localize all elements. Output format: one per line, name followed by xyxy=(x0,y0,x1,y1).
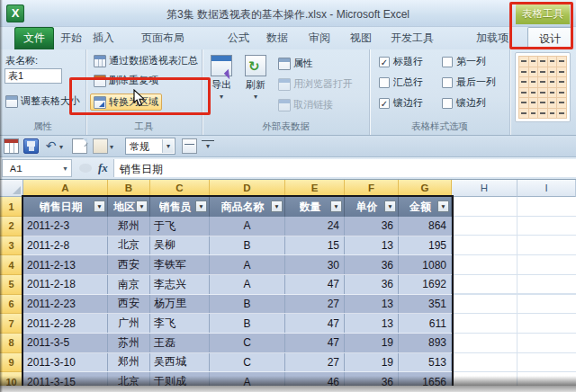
export-button[interactable]: 导出 ▾ xyxy=(206,52,237,120)
cell[interactable]: 西安 xyxy=(108,295,150,314)
cell[interactable]: 李飞 xyxy=(150,314,210,333)
formula-bar-input[interactable]: 销售日期 xyxy=(113,159,576,177)
style-option-1[interactable]: 汇总行 xyxy=(379,76,423,89)
undo-icon[interactable]: ↶ xyxy=(43,138,58,154)
style-option-0[interactable]: ✓标题行 xyxy=(379,55,423,68)
row-header-2[interactable]: 2 xyxy=(0,217,23,236)
cell[interactable]: 47 xyxy=(285,334,345,352)
cell[interactable]: A xyxy=(210,217,285,236)
row-header-8[interactable]: 8 xyxy=(0,334,23,353)
row-header-6[interactable]: 6 xyxy=(0,295,23,315)
cell[interactable]: 苏州 xyxy=(108,334,150,352)
cell[interactable]: 2011-2-28 xyxy=(23,314,108,333)
row-header-3[interactable]: 3 xyxy=(0,236,23,256)
name-box[interactable]: A1 ▼ xyxy=(2,159,72,177)
tab-file[interactable]: 文件 xyxy=(14,27,54,49)
cell[interactable]: 吴柳 xyxy=(150,236,210,255)
cell[interactable]: 36 xyxy=(345,255,399,274)
style-option-2[interactable]: ✓镶边行 xyxy=(379,96,423,110)
column-header-h[interactable]: H xyxy=(452,180,518,197)
cell[interactable]: 611 xyxy=(399,314,452,333)
cell[interactable]: 27 xyxy=(285,295,345,314)
table-style-thumbnail[interactable] xyxy=(515,52,571,122)
cell[interactable]: 南京 xyxy=(108,275,150,294)
filter-button[interactable]: ▼ xyxy=(437,200,449,212)
number-format-combobox[interactable]: 常规 ▾ xyxy=(125,138,176,155)
cell[interactable]: 2011-2-18 xyxy=(23,275,108,294)
column-header-i[interactable]: I xyxy=(518,180,576,197)
open-in-browser-button[interactable]: 用浏览器打开 xyxy=(274,76,356,93)
cell[interactable]: 吴西城 xyxy=(150,353,210,372)
refresh-button[interactable]: ↻ 刷新 ▾ xyxy=(240,52,271,120)
cell[interactable]: 36 xyxy=(345,275,399,294)
cell[interactable]: 李志兴 xyxy=(150,275,210,294)
cell[interactable]: 13 xyxy=(345,314,399,333)
row-header-7[interactable]: 7 xyxy=(0,314,23,334)
cell[interactable]: 24 xyxy=(285,217,345,236)
cell[interactable]: C xyxy=(210,334,285,352)
cell[interactable]: B xyxy=(210,236,285,255)
cell[interactable]: 36 xyxy=(345,217,399,236)
filter-button[interactable]: ▼ xyxy=(271,200,283,212)
cell[interactable]: 于飞 xyxy=(150,217,210,236)
save-icon[interactable] xyxy=(23,138,39,154)
cell[interactable]: 13 xyxy=(345,295,399,314)
select-all-corner[interactable] xyxy=(0,180,23,197)
cell[interactable]: 郑州 xyxy=(108,217,150,236)
new-document-icon[interactable] xyxy=(72,138,87,154)
cell[interactable]: 杨万里 xyxy=(150,295,210,314)
table-header-5[interactable]: 单价▼ xyxy=(345,197,399,217)
unlink-button[interactable]: 取消链接 xyxy=(274,96,337,113)
empty-cells-area[interactable] xyxy=(454,197,576,392)
ribbon-tab-2[interactable]: 插入 xyxy=(83,27,124,49)
style-option-5[interactable]: 镶边列 xyxy=(442,96,496,110)
cell[interactable]: 13 xyxy=(345,236,399,255)
undo-dropdown-arrow[interactable]: ▾ xyxy=(59,143,63,151)
toolbar-overflow-arrow[interactable]: ▾ xyxy=(202,140,214,150)
table-header-1[interactable]: 地区▼ xyxy=(108,197,150,217)
cell[interactable]: 351 xyxy=(399,295,452,314)
filter-button[interactable]: ▼ xyxy=(136,200,148,212)
external-properties-button[interactable]: 属性 xyxy=(274,55,317,72)
cell[interactable]: 1080 xyxy=(399,255,452,274)
name-box-arrow[interactable]: ▼ xyxy=(62,165,68,172)
summarize-with-pivot-button[interactable]: 通过数据透视表汇总 xyxy=(90,52,202,69)
cell[interactable]: 郑州 xyxy=(108,353,150,372)
cell[interactable]: 513 xyxy=(399,353,452,372)
fill-dropdown-arrow[interactable]: ▾ xyxy=(110,143,113,151)
table-header-4[interactable]: 数量▼ xyxy=(285,197,345,217)
ribbon-tab-3[interactable]: 页面布局 xyxy=(131,27,194,49)
table-name-input[interactable]: 表1 xyxy=(4,68,62,84)
cell[interactable]: 2011-3-5 xyxy=(23,334,108,352)
row-header-4[interactable]: 4 xyxy=(0,255,23,275)
cell[interactable]: 王磊 xyxy=(150,334,210,352)
table-header-6[interactable]: 金额▼ xyxy=(399,197,452,217)
cell[interactable]: 864 xyxy=(399,217,452,236)
ribbon-tab-7[interactable]: 视图 xyxy=(340,27,382,49)
cell[interactable]: 27 xyxy=(285,353,345,372)
row-header-5[interactable]: 5 xyxy=(0,275,23,295)
cell[interactable]: 北京 xyxy=(108,236,150,255)
filter-button[interactable]: ▼ xyxy=(94,200,105,212)
calendar-icon[interactable] xyxy=(4,138,19,154)
filter-button[interactable]: ▼ xyxy=(384,200,396,212)
row-header-1[interactable]: 1 xyxy=(0,197,23,217)
cell[interactable]: 893 xyxy=(399,334,452,352)
ribbon-tab-5[interactable]: 数据 xyxy=(256,27,298,49)
fill-color-icon[interactable] xyxy=(93,138,108,154)
cell[interactable]: 15 xyxy=(285,236,345,255)
style-option-3[interactable]: 第一列 xyxy=(442,55,496,68)
table-header-2[interactable]: 销售员▼ xyxy=(150,197,210,217)
cell[interactable]: 2011-2-23 xyxy=(23,295,108,314)
merge-cells-icon[interactable] xyxy=(182,138,197,154)
ribbon-tab-6[interactable]: 审阅 xyxy=(299,27,340,49)
row-header-9[interactable]: 9 xyxy=(0,353,23,373)
cell[interactable]: A xyxy=(210,275,285,294)
filter-button[interactable]: ▼ xyxy=(330,200,342,212)
cell[interactable]: 2011-2-3 xyxy=(23,217,108,236)
ribbon-tab-8[interactable]: 开发工具 xyxy=(384,27,440,49)
filter-button[interactable]: ▼ xyxy=(195,200,207,212)
table-header-0[interactable]: 销售日期▼ xyxy=(23,197,108,217)
ribbon-tab-4[interactable]: 公式 xyxy=(218,27,259,49)
cell[interactable]: A xyxy=(210,255,285,274)
